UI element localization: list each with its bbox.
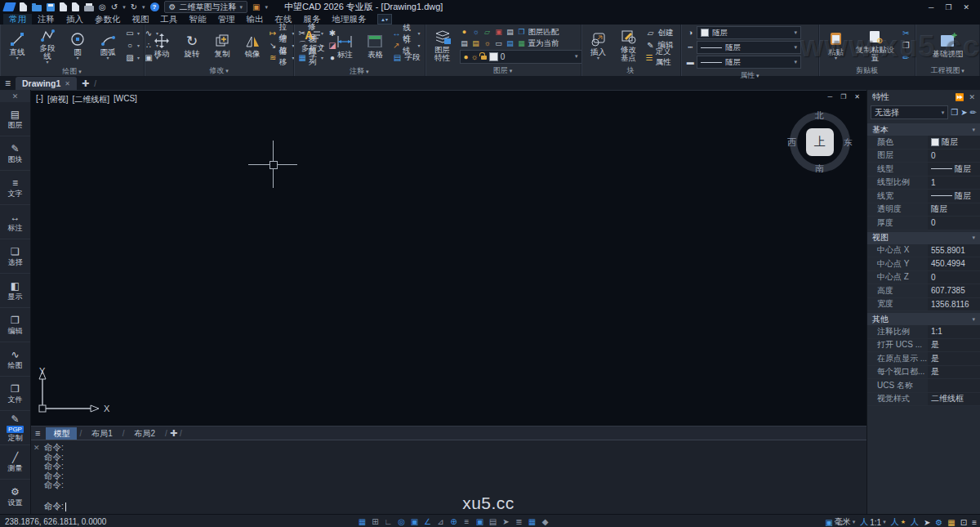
ortho-toggle-icon[interactable] — [383, 516, 394, 527]
leader-button[interactable]: 引线 — [392, 40, 420, 51]
select-objects-icon[interactable] — [960, 108, 967, 117]
group-label-draw[interactable]: 绘图 — [0, 66, 144, 77]
copy-paste-settings-button[interactable]: 复制粘贴设置 — [853, 28, 898, 62]
quick-properties-icon[interactable] — [488, 516, 498, 527]
selection-cycling-icon[interactable] — [448, 516, 459, 527]
graphics-performance-icon[interactable] — [527, 516, 537, 527]
drawing-restore-button[interactable] — [840, 93, 846, 100]
document-tab-close-icon[interactable] — [65, 80, 70, 87]
sidebar-item-draw[interactable]: 绘图 — [0, 342, 30, 376]
section-view[interactable]: 视图▾ — [867, 232, 980, 244]
sidebar-item-file[interactable]: 文件 — [0, 376, 30, 410]
customization-gear-button[interactable] — [935, 518, 942, 527]
sidebar-item-pgp-customize[interactable]: PGP定制 — [0, 410, 30, 444]
object-snap-icon[interactable] — [409, 516, 420, 527]
annotation-visibility-button[interactable]: ★ — [891, 516, 906, 527]
define-attribute-button[interactable]: 定义属性 — [646, 52, 677, 63]
hatch-button[interactable] — [125, 52, 140, 63]
open-file-icon[interactable] — [32, 5, 42, 11]
viewport-view-control[interactable]: [俯视] — [47, 94, 69, 105]
compass-west[interactable]: 西 — [787, 136, 796, 149]
maximize-button[interactable] — [945, 3, 951, 11]
command-panel-close-button[interactable] — [33, 444, 40, 452]
layer-unlock-icon[interactable] — [483, 28, 492, 37]
layer-states-icon[interactable] — [517, 39, 527, 48]
layer-off-icon[interactable] — [460, 39, 470, 48]
layer-vpfreeze-icon[interactable] — [483, 39, 492, 48]
ribbon-tab-annotate[interactable]: 注释 — [32, 14, 60, 25]
ribbon-tab-manage[interactable]: 管理 — [212, 14, 241, 25]
copy-design-icon[interactable] — [72, 2, 79, 11]
group-label-clipboard[interactable]: 剪贴板 — [819, 65, 915, 76]
ribbon-tab-insert[interactable]: 插入 — [60, 14, 89, 25]
new-file-icon[interactable] — [20, 2, 27, 11]
layer-freeze-icon[interactable] — [494, 28, 504, 37]
panel-close-icon[interactable] — [969, 93, 975, 101]
group-label-properties[interactable]: 属性 — [681, 70, 817, 81]
paste-button[interactable]: 粘贴 — [823, 30, 849, 60]
command-line-panel[interactable]: 命令: 命令: 命令: 命令: 命令: xu5.cc 命令: — [31, 440, 866, 514]
compass-south[interactable]: 南 — [815, 163, 824, 175]
group-label-layer[interactable]: 图层 — [425, 65, 581, 76]
layer-properties-button[interactable]: 图层特性 — [430, 28, 456, 62]
grid-toggle-icon[interactable] — [357, 516, 368, 527]
layout-tab-layout2[interactable]: 布局2 — [127, 427, 163, 440]
layer-match-button[interactable]: 图层匹配 — [528, 27, 559, 38]
left-toolbar-close-button[interactable] — [0, 90, 30, 102]
undo-button[interactable] — [111, 2, 118, 11]
doc-tab-menu-icon[interactable] — [5, 78, 11, 89]
sidebar-item-layers[interactable]: 图层 — [0, 102, 30, 136]
base-view-button[interactable]: 基础视图 — [930, 32, 964, 58]
snap-toggle-icon[interactable] — [370, 516, 381, 527]
sidebar-item-blocks[interactable]: 图块 — [0, 136, 30, 170]
layer-isolate-icon[interactable] — [506, 28, 515, 37]
clean-screen-button[interactable] — [960, 518, 967, 527]
layout-menu-icon[interactable] — [35, 428, 40, 438]
new-layout-button[interactable]: ✚ — [170, 428, 177, 439]
rotate-button[interactable]: 旋转 — [179, 32, 205, 58]
copy-clip-button[interactable] — [901, 40, 911, 51]
annotation-scale-button[interactable]: 1:1▾ — [860, 516, 885, 527]
save-icon[interactable] — [47, 3, 55, 11]
layer-select[interactable]: 0 ▾ — [460, 50, 582, 64]
layer-walk-icon[interactable] — [517, 28, 527, 37]
toggle-pickadd-icon[interactable] — [970, 108, 977, 117]
transparency-toggle-icon[interactable] — [474, 516, 485, 527]
lineweight-select[interactable]: 随层 ▾ — [697, 56, 801, 69]
layer-merge-icon[interactable] — [494, 39, 504, 48]
ribbon-tab-view[interactable]: 视图 — [127, 14, 155, 25]
ribbon-tab-smart[interactable]: 智能 — [184, 14, 212, 25]
object-color-select[interactable]: 随层 ▾ — [697, 26, 801, 39]
drawing-close-button[interactable] — [854, 93, 860, 100]
ribbon-tab-parametric[interactable]: 参数化 — [89, 14, 127, 25]
ellipse-button[interactable] — [125, 40, 140, 51]
field-button[interactable]: 字段 — [392, 52, 420, 63]
new-document-tab-button[interactable]: ✚ — [82, 78, 89, 89]
dimension-button[interactable]: 标注 — [332, 33, 358, 59]
close-button[interactable] — [963, 3, 969, 11]
isolate-objects-button[interactable] — [947, 518, 955, 527]
sidebar-item-select[interactable]: 选择 — [0, 239, 30, 273]
panel-autohide-icon[interactable]: ⏩ — [955, 93, 964, 101]
view-compass[interactable]: 北 南 西 东 上 — [790, 112, 850, 172]
object-snap-tracking-icon[interactable] — [422, 516, 433, 527]
create-block-button[interactable]: 创建 — [646, 28, 677, 38]
units-button[interactable]: 毫米▾ — [825, 516, 855, 527]
copy-button[interactable]: 复制 — [209, 32, 235, 58]
redo-button[interactable] — [131, 2, 137, 11]
layer-lock-icon[interactable] — [471, 39, 481, 48]
sidebar-item-display[interactable]: 显示 — [0, 273, 30, 307]
minimize-button[interactable] — [929, 3, 933, 11]
layer-thaw-icon[interactable] — [471, 28, 481, 37]
mtext-button[interactable]: A 多行文字 — [298, 26, 327, 65]
lineweight-display-icon[interactable] — [461, 516, 472, 527]
help-icon[interactable]: ? — [150, 2, 159, 11]
sidebar-item-settings[interactable]: 设置 — [0, 479, 30, 513]
viewport-visual-style-control[interactable]: [二维线框] — [72, 94, 109, 105]
layout-tab-layout1[interactable]: 布局1 — [84, 427, 120, 440]
command-input[interactable]: 命令: — [44, 501, 66, 512]
drawing-minimize-button[interactable] — [827, 93, 832, 100]
quick-select-icon[interactable] — [951, 108, 958, 117]
arc-button[interactable]: 圆弧 — [95, 30, 121, 60]
rectangle-button[interactable] — [125, 28, 140, 38]
